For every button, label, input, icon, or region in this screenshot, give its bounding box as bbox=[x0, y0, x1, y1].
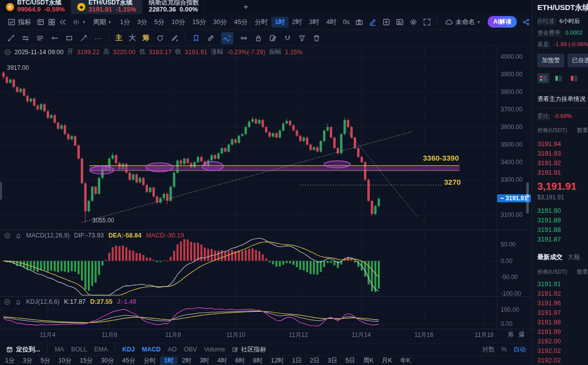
large-view-button[interactable]: 大 bbox=[129, 34, 136, 43]
bottom-timeframe-button[interactable]: 10分 bbox=[54, 356, 75, 365]
collapse-chevron-icon[interactable] bbox=[4, 49, 11, 56]
layout-grid-icon[interactable] bbox=[48, 18, 56, 26]
overlay-indicator-button[interactable]: EMA bbox=[94, 346, 108, 353]
ray-tool-icon[interactable] bbox=[80, 34, 88, 42]
replay-icon[interactable] bbox=[59, 18, 67, 26]
ask-row[interactable]: 3191.93 bbox=[537, 149, 588, 158]
bottom-timeframe-button[interactable]: 分时 bbox=[139, 356, 160, 365]
bottom-timeframe-button[interactable]: 1时 bbox=[160, 356, 178, 365]
wave-drawing-tool-icon[interactable] bbox=[221, 32, 233, 44]
camera-icon[interactable] bbox=[355, 18, 363, 26]
community-indicators-button[interactable]: 社区指标 bbox=[232, 345, 266, 354]
axis-button[interactable]: 爆 bbox=[519, 330, 525, 339]
ticker-tab[interactable]: ◆ ETH/USDT永续 3191.91 -1.15% bbox=[71, 0, 142, 14]
timeframe-button[interactable]: 3时 bbox=[306, 17, 323, 28]
collapse-chevron-icon[interactable] bbox=[4, 232, 11, 239]
timeframe-button[interactable]: 10分 bbox=[168, 17, 189, 28]
bottom-timeframe-button[interactable]: 12时 bbox=[267, 356, 288, 365]
draw-pencil-icon[interactable] bbox=[369, 18, 377, 26]
ruler-icon[interactable] bbox=[207, 34, 215, 42]
add-ticker-tab-button[interactable]: + bbox=[236, 0, 256, 14]
auto-scale-button[interactable]: 自动 bbox=[513, 345, 526, 354]
bottom-timeframe-button[interactable]: 1日 bbox=[288, 356, 306, 365]
pattern-tool-icon[interactable] bbox=[240, 34, 248, 42]
chips-distribution-button[interactable]: 筹 bbox=[142, 34, 150, 43]
parallel-lines-icon[interactable] bbox=[22, 34, 30, 42]
trade-row[interactable]: 3192.02 bbox=[537, 355, 588, 365]
bottom-timeframe-button[interactable]: 3日 bbox=[324, 356, 341, 365]
watchlist-button[interactable]: 已自选 bbox=[567, 54, 588, 67]
timeframe-button[interactable]: 15分 bbox=[189, 17, 209, 28]
timeframe-button[interactable]: 1时 bbox=[271, 17, 288, 28]
bid-row[interactable]: 3191.88 bbox=[537, 225, 588, 234]
sub-indicator-button[interactable]: OBV bbox=[184, 346, 197, 353]
bottom-timeframe-button[interactable]: 2时 bbox=[178, 356, 195, 365]
bottom-timeframe-button[interactable]: 5日 bbox=[341, 356, 359, 365]
bottom-timeframe-button[interactable]: 3分 bbox=[19, 356, 36, 365]
locate-button[interactable]: 定位到... bbox=[6, 345, 40, 354]
trend-line-icon[interactable] bbox=[7, 34, 15, 42]
bottom-timeframe-button[interactable]: 2日 bbox=[306, 356, 324, 365]
bottom-timeframe-button[interactable]: 8时 bbox=[249, 356, 266, 365]
magnet-icon[interactable] bbox=[283, 34, 291, 42]
trash-icon[interactable] bbox=[313, 34, 321, 42]
bookmark-icon[interactable] bbox=[192, 34, 200, 42]
filter-funnel-icon[interactable] bbox=[298, 34, 306, 42]
trade-row[interactable]: 3191.92 bbox=[537, 289, 588, 298]
ask-row[interactable]: 3191.92 bbox=[537, 158, 588, 168]
layout-save-button[interactable]: 未命名 ▾ bbox=[443, 17, 483, 28]
rectangle-tool-icon[interactable] bbox=[65, 34, 73, 42]
alert-bell-icon[interactable] bbox=[15, 299, 22, 305]
timeframe-button[interactable]: 2时 bbox=[288, 17, 306, 28]
alert-bell-icon[interactable] bbox=[15, 232, 22, 239]
trade-row[interactable]: 3191.99 bbox=[537, 327, 588, 336]
timeframe-button[interactable]: 5分 bbox=[151, 17, 168, 28]
timeframe-button[interactable]: 45分 bbox=[230, 17, 251, 28]
ticker-tab[interactable]: B BTC/USDT永续 99064.9 -0.59% bbox=[0, 0, 71, 14]
percent-scale-button[interactable]: % bbox=[501, 346, 507, 353]
bid-row[interactable]: 3191.89 bbox=[537, 215, 588, 225]
bottom-timeframe-button[interactable]: 年K bbox=[396, 356, 415, 365]
book-mode-combined-icon[interactable] bbox=[537, 73, 549, 83]
indicator-button[interactable]: 指标 bbox=[5, 17, 34, 28]
trades-tab[interactable]: 最新成交 bbox=[537, 253, 562, 262]
bottom-timeframe-button[interactable]: 15分 bbox=[76, 356, 97, 365]
brush-icon[interactable] bbox=[171, 34, 179, 42]
more-tools-icon[interactable]: ⋯ bbox=[94, 34, 102, 42]
collapse-chevron-icon[interactable] bbox=[4, 299, 11, 305]
bottom-timeframe-button[interactable]: 4时 bbox=[213, 356, 231, 365]
add-alert-button[interactable]: 加预警 bbox=[537, 54, 564, 67]
settings-gear-icon[interactable] bbox=[409, 18, 417, 26]
left-panel-handle[interactable] bbox=[0, 182, 2, 200]
fullscreen-icon[interactable] bbox=[423, 18, 431, 26]
trade-row[interactable]: 3191.91 bbox=[537, 279, 588, 289]
bottom-timeframe-button[interactable]: 1分 bbox=[1, 356, 19, 365]
timeframe-button[interactable]: 30分 bbox=[210, 17, 230, 28]
timeframe-button[interactable]: 4时 bbox=[323, 17, 340, 28]
share-icon[interactable] bbox=[522, 18, 530, 26]
kdj-title[interactable]: KDJ(12,6,6) bbox=[26, 298, 60, 305]
ticker-tab[interactable]: 纳斯达克综合指数 22870.36 0.00% bbox=[142, 0, 205, 14]
bottom-timeframe-button[interactable]: 周K bbox=[359, 356, 378, 365]
overlay-indicator-button[interactable]: MA bbox=[55, 346, 64, 353]
main-chart-button[interactable]: 主 bbox=[115, 34, 122, 43]
refresh-icon[interactable] bbox=[156, 34, 164, 42]
timeframe-button[interactable]: 分时 bbox=[251, 17, 271, 28]
view-main-orders-link[interactable]: 查看主力挂单情况 bbox=[537, 90, 588, 108]
bottom-timeframe-button[interactable]: 6时 bbox=[231, 356, 249, 365]
trade-row[interactable]: 3191.96 bbox=[537, 298, 588, 308]
sub-indicator-button[interactable]: Volume bbox=[204, 346, 225, 353]
log-scale-button[interactable]: 对数 bbox=[482, 345, 495, 354]
chart-style-button[interactable]: ▾ bbox=[70, 17, 88, 27]
add-panel-icon[interactable] bbox=[382, 18, 390, 26]
ask-row[interactable]: 3191.91 bbox=[537, 168, 588, 177]
image-export-icon[interactable] bbox=[396, 18, 404, 26]
overlay-indicator-button[interactable]: BOLL bbox=[71, 346, 87, 353]
trade-row[interactable]: 3191.98 bbox=[537, 317, 588, 327]
note-edit-icon[interactable] bbox=[269, 34, 277, 42]
bottom-timeframe-button[interactable]: 30分 bbox=[97, 356, 118, 365]
bottom-timeframe-button[interactable]: 月K bbox=[378, 356, 396, 365]
horizontal-lines-icon[interactable] bbox=[36, 34, 44, 42]
bid-row[interactable]: 3191.90 bbox=[537, 206, 588, 215]
axis-button[interactable]: 筹 bbox=[508, 330, 514, 339]
